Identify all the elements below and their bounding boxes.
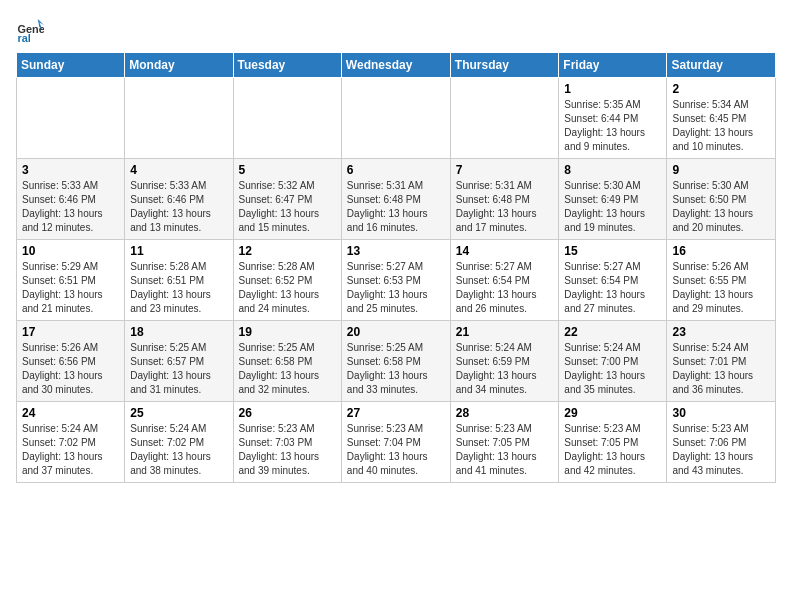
day-info: Sunrise: 5:24 AM Sunset: 7:01 PM Dayligh… bbox=[672, 341, 770, 397]
day-info: Sunrise: 5:29 AM Sunset: 6:51 PM Dayligh… bbox=[22, 260, 119, 316]
calendar-week-2: 3Sunrise: 5:33 AM Sunset: 6:46 PM Daylig… bbox=[17, 159, 776, 240]
day-number: 6 bbox=[347, 163, 445, 177]
calendar-cell: 12Sunrise: 5:28 AM Sunset: 6:52 PM Dayli… bbox=[233, 240, 341, 321]
calendar-cell: 25Sunrise: 5:24 AM Sunset: 7:02 PM Dayli… bbox=[125, 402, 233, 483]
day-number: 15 bbox=[564, 244, 661, 258]
calendar-cell bbox=[450, 78, 559, 159]
day-header-monday: Monday bbox=[125, 53, 233, 78]
day-number: 30 bbox=[672, 406, 770, 420]
day-number: 10 bbox=[22, 244, 119, 258]
day-number: 22 bbox=[564, 325, 661, 339]
day-number: 29 bbox=[564, 406, 661, 420]
calendar-cell: 6Sunrise: 5:31 AM Sunset: 6:48 PM Daylig… bbox=[341, 159, 450, 240]
day-info: Sunrise: 5:30 AM Sunset: 6:49 PM Dayligh… bbox=[564, 179, 661, 235]
day-number: 9 bbox=[672, 163, 770, 177]
day-header-saturday: Saturday bbox=[667, 53, 776, 78]
logo-icon: Gene ral bbox=[16, 16, 44, 44]
day-info: Sunrise: 5:24 AM Sunset: 7:02 PM Dayligh… bbox=[130, 422, 227, 478]
calendar-week-5: 24Sunrise: 5:24 AM Sunset: 7:02 PM Dayli… bbox=[17, 402, 776, 483]
day-info: Sunrise: 5:24 AM Sunset: 6:59 PM Dayligh… bbox=[456, 341, 554, 397]
day-info: Sunrise: 5:23 AM Sunset: 7:06 PM Dayligh… bbox=[672, 422, 770, 478]
day-info: Sunrise: 5:31 AM Sunset: 6:48 PM Dayligh… bbox=[347, 179, 445, 235]
day-info: Sunrise: 5:23 AM Sunset: 7:05 PM Dayligh… bbox=[564, 422, 661, 478]
day-header-sunday: Sunday bbox=[17, 53, 125, 78]
calendar-cell: 14Sunrise: 5:27 AM Sunset: 6:54 PM Dayli… bbox=[450, 240, 559, 321]
day-info: Sunrise: 5:33 AM Sunset: 6:46 PM Dayligh… bbox=[130, 179, 227, 235]
calendar-cell: 15Sunrise: 5:27 AM Sunset: 6:54 PM Dayli… bbox=[559, 240, 667, 321]
calendar-cell: 24Sunrise: 5:24 AM Sunset: 7:02 PM Dayli… bbox=[17, 402, 125, 483]
calendar-cell: 29Sunrise: 5:23 AM Sunset: 7:05 PM Dayli… bbox=[559, 402, 667, 483]
day-number: 5 bbox=[239, 163, 336, 177]
day-info: Sunrise: 5:34 AM Sunset: 6:45 PM Dayligh… bbox=[672, 98, 770, 154]
calendar-cell: 4Sunrise: 5:33 AM Sunset: 6:46 PM Daylig… bbox=[125, 159, 233, 240]
day-info: Sunrise: 5:23 AM Sunset: 7:04 PM Dayligh… bbox=[347, 422, 445, 478]
calendar-week-1: 1Sunrise: 5:35 AM Sunset: 6:44 PM Daylig… bbox=[17, 78, 776, 159]
day-number: 18 bbox=[130, 325, 227, 339]
page-header: Gene ral bbox=[16, 16, 776, 44]
calendar-cell: 13Sunrise: 5:27 AM Sunset: 6:53 PM Dayli… bbox=[341, 240, 450, 321]
calendar-cell: 26Sunrise: 5:23 AM Sunset: 7:03 PM Dayli… bbox=[233, 402, 341, 483]
day-info: Sunrise: 5:26 AM Sunset: 6:56 PM Dayligh… bbox=[22, 341, 119, 397]
day-info: Sunrise: 5:27 AM Sunset: 6:54 PM Dayligh… bbox=[456, 260, 554, 316]
calendar-cell: 5Sunrise: 5:32 AM Sunset: 6:47 PM Daylig… bbox=[233, 159, 341, 240]
day-number: 8 bbox=[564, 163, 661, 177]
day-info: Sunrise: 5:24 AM Sunset: 7:00 PM Dayligh… bbox=[564, 341, 661, 397]
calendar-cell: 16Sunrise: 5:26 AM Sunset: 6:55 PM Dayli… bbox=[667, 240, 776, 321]
calendar-cell bbox=[125, 78, 233, 159]
day-info: Sunrise: 5:23 AM Sunset: 7:03 PM Dayligh… bbox=[239, 422, 336, 478]
calendar-cell: 10Sunrise: 5:29 AM Sunset: 6:51 PM Dayli… bbox=[17, 240, 125, 321]
day-info: Sunrise: 5:23 AM Sunset: 7:05 PM Dayligh… bbox=[456, 422, 554, 478]
day-header-wednesday: Wednesday bbox=[341, 53, 450, 78]
day-number: 17 bbox=[22, 325, 119, 339]
day-number: 19 bbox=[239, 325, 336, 339]
calendar-cell: 11Sunrise: 5:28 AM Sunset: 6:51 PM Dayli… bbox=[125, 240, 233, 321]
calendar-cell: 2Sunrise: 5:34 AM Sunset: 6:45 PM Daylig… bbox=[667, 78, 776, 159]
calendar-week-3: 10Sunrise: 5:29 AM Sunset: 6:51 PM Dayli… bbox=[17, 240, 776, 321]
day-info: Sunrise: 5:26 AM Sunset: 6:55 PM Dayligh… bbox=[672, 260, 770, 316]
calendar-header: SundayMondayTuesdayWednesdayThursdayFrid… bbox=[17, 53, 776, 78]
calendar-cell: 27Sunrise: 5:23 AM Sunset: 7:04 PM Dayli… bbox=[341, 402, 450, 483]
calendar-cell bbox=[341, 78, 450, 159]
day-info: Sunrise: 5:27 AM Sunset: 6:53 PM Dayligh… bbox=[347, 260, 445, 316]
calendar-cell: 21Sunrise: 5:24 AM Sunset: 6:59 PM Dayli… bbox=[450, 321, 559, 402]
calendar-table: SundayMondayTuesdayWednesdayThursdayFrid… bbox=[16, 52, 776, 483]
day-number: 13 bbox=[347, 244, 445, 258]
day-number: 21 bbox=[456, 325, 554, 339]
calendar-week-4: 17Sunrise: 5:26 AM Sunset: 6:56 PM Dayli… bbox=[17, 321, 776, 402]
calendar-cell: 3Sunrise: 5:33 AM Sunset: 6:46 PM Daylig… bbox=[17, 159, 125, 240]
calendar-cell: 18Sunrise: 5:25 AM Sunset: 6:57 PM Dayli… bbox=[125, 321, 233, 402]
day-info: Sunrise: 5:27 AM Sunset: 6:54 PM Dayligh… bbox=[564, 260, 661, 316]
calendar-cell bbox=[233, 78, 341, 159]
day-info: Sunrise: 5:30 AM Sunset: 6:50 PM Dayligh… bbox=[672, 179, 770, 235]
calendar-cell bbox=[17, 78, 125, 159]
day-info: Sunrise: 5:33 AM Sunset: 6:46 PM Dayligh… bbox=[22, 179, 119, 235]
day-info: Sunrise: 5:28 AM Sunset: 6:52 PM Dayligh… bbox=[239, 260, 336, 316]
day-number: 11 bbox=[130, 244, 227, 258]
day-number: 1 bbox=[564, 82, 661, 96]
logo: Gene ral bbox=[16, 16, 48, 44]
day-header-friday: Friday bbox=[559, 53, 667, 78]
day-info: Sunrise: 5:25 AM Sunset: 6:58 PM Dayligh… bbox=[347, 341, 445, 397]
calendar-cell: 9Sunrise: 5:30 AM Sunset: 6:50 PM Daylig… bbox=[667, 159, 776, 240]
day-info: Sunrise: 5:32 AM Sunset: 6:47 PM Dayligh… bbox=[239, 179, 336, 235]
day-number: 3 bbox=[22, 163, 119, 177]
calendar-cell: 19Sunrise: 5:25 AM Sunset: 6:58 PM Dayli… bbox=[233, 321, 341, 402]
day-number: 16 bbox=[672, 244, 770, 258]
day-number: 7 bbox=[456, 163, 554, 177]
svg-text:ral: ral bbox=[18, 32, 31, 44]
day-info: Sunrise: 5:25 AM Sunset: 6:58 PM Dayligh… bbox=[239, 341, 336, 397]
day-number: 4 bbox=[130, 163, 227, 177]
day-header-thursday: Thursday bbox=[450, 53, 559, 78]
day-number: 23 bbox=[672, 325, 770, 339]
day-number: 27 bbox=[347, 406, 445, 420]
calendar-cell: 8Sunrise: 5:30 AM Sunset: 6:49 PM Daylig… bbox=[559, 159, 667, 240]
day-info: Sunrise: 5:25 AM Sunset: 6:57 PM Dayligh… bbox=[130, 341, 227, 397]
day-header-tuesday: Tuesday bbox=[233, 53, 341, 78]
day-number: 14 bbox=[456, 244, 554, 258]
day-info: Sunrise: 5:31 AM Sunset: 6:48 PM Dayligh… bbox=[456, 179, 554, 235]
calendar-cell: 23Sunrise: 5:24 AM Sunset: 7:01 PM Dayli… bbox=[667, 321, 776, 402]
calendar-cell: 7Sunrise: 5:31 AM Sunset: 6:48 PM Daylig… bbox=[450, 159, 559, 240]
day-number: 2 bbox=[672, 82, 770, 96]
calendar-cell: 22Sunrise: 5:24 AM Sunset: 7:00 PM Dayli… bbox=[559, 321, 667, 402]
day-info: Sunrise: 5:28 AM Sunset: 6:51 PM Dayligh… bbox=[130, 260, 227, 316]
